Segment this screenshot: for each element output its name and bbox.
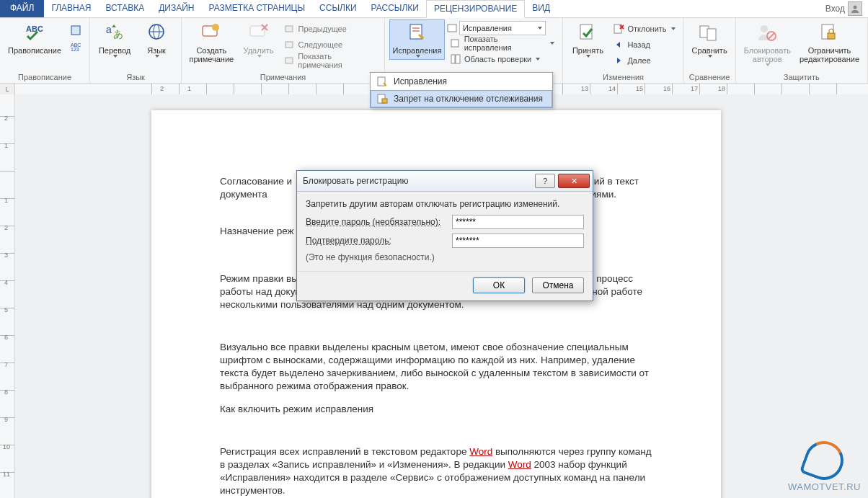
- group-protect-label: Защитить: [740, 71, 863, 83]
- delete-comment-button[interactable]: Удалить: [239, 19, 279, 60]
- dialog-message: Запретить другим авторам отключать регис…: [306, 199, 584, 209]
- compare-button[interactable]: Сравнить: [688, 19, 731, 60]
- svg-rect-17: [285, 58, 293, 63]
- page-body: Согласование и xxxxxxxxxxxxxxxxxxxxxxxxx…: [151, 110, 721, 498]
- dropdown-item-track[interactable]: Исправления: [371, 73, 552, 90]
- show-comments-button[interactable]: Показать примечания: [280, 53, 381, 68]
- language-button[interactable]: Язык: [136, 19, 177, 60]
- group-compare: Сравнить Сравнение: [684, 18, 736, 83]
- block-authors-label: Блокировать авторов: [744, 46, 791, 63]
- compare-icon: [698, 22, 721, 45]
- dialog-close-button[interactable]: ✕: [558, 174, 590, 188]
- group-language: aあ Перевод Язык Язык: [90, 18, 182, 83]
- svg-rect-36: [378, 77, 385, 86]
- dropdown-arrow-icon: [550, 42, 554, 45]
- reject-button[interactable]: Отклонить: [609, 21, 678, 37]
- display-for-review-select[interactable]: Исправления: [459, 21, 546, 35]
- cancel-button[interactable]: Отмена: [532, 277, 584, 293]
- tab-review[interactable]: РЕЦЕНЗИРОВАНИЕ: [426, 0, 525, 18]
- track-changes-dropdown: Исправления Запрет на отключение отслежи…: [370, 72, 553, 108]
- comment-delete-icon: [247, 22, 270, 45]
- restrict-label: Ограничить редактирование: [800, 46, 859, 63]
- translate-button[interactable]: aあ Перевод: [94, 19, 135, 60]
- dialog-button-row: ОК Отмена: [297, 271, 593, 301]
- watermark: WAMOTVET.RU: [788, 441, 861, 492]
- tab-references[interactable]: ССЫЛКИ: [312, 0, 363, 17]
- reject-label: Отклонить: [627, 25, 666, 33]
- tab-insert[interactable]: ВСТАВКА: [98, 0, 151, 17]
- reviewing-pane-button[interactable]: Область проверки: [446, 51, 558, 67]
- watermark-text: WAMOTVET.RU: [788, 481, 861, 492]
- compare-label: Сравнить: [692, 46, 727, 55]
- tab-layout[interactable]: РАЗМЕТКА СТРАНИЦЫ: [202, 0, 313, 17]
- lock-icon: [376, 93, 388, 105]
- wordcount-button[interactable]: ABC123: [66, 38, 85, 54]
- group-proofing-label: Правописание: [4, 71, 85, 83]
- track-changes-button[interactable]: Исправления: [389, 19, 445, 60]
- prev-comment-button[interactable]: Предыдущее: [280, 21, 381, 37]
- svg-text:ABC: ABC: [26, 25, 43, 33]
- dialog-titlebar[interactable]: Блокировать регистрацию ? ✕: [297, 171, 593, 192]
- page[interactable]: Согласование и xxxxxxxxxxxxxxxxxxxxxxxxx…: [151, 110, 721, 498]
- confirm-password-input[interactable]: [452, 234, 584, 248]
- tab-home[interactable]: ГЛАВНАЯ: [44, 0, 98, 17]
- confirm-password-label: Подтвердите пароль:: [306, 236, 446, 246]
- restrict-editing-button[interactable]: Ограничить редактирование: [796, 19, 863, 66]
- track-icon: [376, 76, 388, 87]
- svg-rect-2: [71, 26, 80, 35]
- track-changes-label: Исправления: [393, 46, 442, 55]
- dropdown-arrow-icon: [586, 55, 590, 58]
- delete-comment-label: Удалить: [244, 46, 274, 55]
- svg-point-31: [761, 25, 768, 32]
- group-proofing: ABC Правописание ABC123 Правописание: [0, 18, 90, 83]
- track-changes-icon: [406, 22, 429, 45]
- accept-icon: [576, 22, 599, 45]
- password-input[interactable]: [452, 215, 584, 229]
- lock-tracking-dialog: Блокировать регистрацию ? ✕ Запретить др…: [296, 170, 593, 301]
- group-comments-label: Примечания: [186, 71, 380, 83]
- ok-button[interactable]: ОК: [473, 277, 525, 293]
- tab-mailings[interactable]: РАССЫЛКИ: [364, 0, 426, 17]
- show-comments-label: Показать примечания: [298, 52, 376, 69]
- spelling-button[interactable]: ABC Правописание: [4, 19, 65, 57]
- block-authors-button[interactable]: Блокировать авторов: [740, 19, 794, 68]
- signin-link[interactable]: Вход: [820, 0, 868, 17]
- dropdown-arrow-icon: [671, 27, 676, 30]
- dialog-help-button[interactable]: ?: [535, 174, 555, 188]
- spelling-icon: ABC: [23, 22, 46, 45]
- svg-rect-30: [707, 29, 716, 40]
- next-comment-button[interactable]: Следующее: [280, 37, 381, 53]
- dropdown-item-lock[interactable]: Запрет на отключение отслеживания: [371, 90, 552, 107]
- svg-rect-12: [250, 26, 265, 36]
- dropdown-arrow-icon: [113, 55, 118, 58]
- para-4: Визуально все правки выделены красным цв…: [220, 341, 652, 393]
- ruler-vertical[interactable]: 21 12 34 56 78 910 11: [0, 94, 15, 498]
- dropdown-arrow-icon: [766, 63, 770, 66]
- dropdown-arrow-icon: [538, 27, 542, 30]
- comment-new-icon: [200, 22, 223, 45]
- translate-label: Перевод: [99, 46, 130, 55]
- group-comments: Создать примечание Удалить Предыдущее Сл…: [182, 18, 385, 83]
- dropdown-arrow-icon: [416, 55, 420, 58]
- prev-comment-label: Предыдущее: [298, 25, 347, 33]
- svg-text:a: a: [106, 24, 112, 35]
- restrict-icon: [818, 22, 841, 45]
- previous-change-button[interactable]: Назад: [609, 37, 678, 53]
- thesaurus-button[interactable]: [66, 22, 85, 38]
- group-changes: Принять Отклонить Назад Далее Изменения: [563, 18, 683, 83]
- accept-button[interactable]: Принять: [567, 19, 608, 60]
- tab-design[interactable]: ДИЗАЙН: [151, 0, 201, 17]
- next-change-button[interactable]: Далее: [609, 53, 678, 68]
- display-icon: [446, 22, 458, 34]
- ruler-corner[interactable]: L: [0, 84, 15, 95]
- new-comment-button[interactable]: Создать примечание: [186, 19, 237, 66]
- tab-file[interactable]: ФАЙЛ: [0, 0, 44, 17]
- show-markup-button[interactable]: Показать исправления: [446, 35, 558, 51]
- tab-view[interactable]: ВИД: [525, 0, 557, 17]
- dropdown-arrow-icon: [708, 55, 712, 58]
- svg-rect-21: [448, 25, 456, 32]
- svg-point-11: [212, 24, 219, 31]
- next-change-label: Далее: [627, 56, 650, 65]
- svg-rect-38: [382, 99, 387, 103]
- dropdown-item-lock-label: Запрет на отключение отслеживания: [394, 94, 543, 104]
